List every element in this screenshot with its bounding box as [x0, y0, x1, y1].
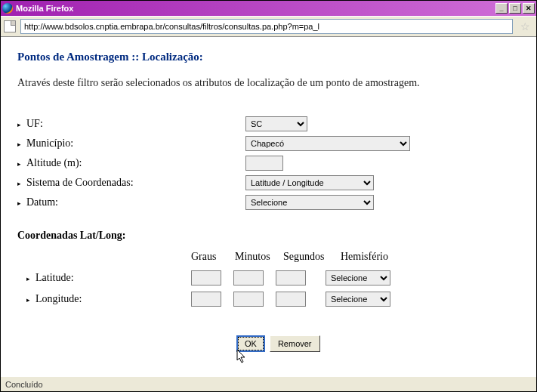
page-icon — [4, 20, 16, 32]
input-lon-graus[interactable] — [191, 292, 221, 307]
titlebar: Mozilla Firefox _ □ ✕ — [1, 1, 536, 16]
select-datum[interactable]: Selecione — [245, 195, 374, 210]
bullet-icon — [17, 177, 26, 189]
select-municipio[interactable]: Chapecó — [245, 136, 410, 151]
select-sistema[interactable]: Latitude / Longitude — [245, 175, 374, 190]
select-uf[interactable]: SC — [245, 116, 307, 131]
bookmark-star-icon[interactable]: ☆ — [517, 20, 533, 33]
col-header-segundos: Segundos — [283, 251, 341, 263]
coord-grid: Graus Minutos Segundos Hemisfério Latitu… — [26, 251, 520, 307]
label-altitude: Altitude (m): — [26, 157, 245, 169]
col-header-graus: Graus — [191, 251, 235, 263]
remover-button[interactable]: Remover — [270, 335, 320, 352]
input-lon-segundos[interactable] — [276, 292, 306, 307]
firefox-icon — [2, 3, 13, 14]
col-header-hemisferio: Hemisfério — [341, 251, 409, 263]
bullet-icon — [17, 137, 26, 150]
page-title: Pontos de Amostragem :: Localização: — [17, 51, 520, 63]
window-controls: _ □ ✕ — [495, 3, 535, 14]
input-lat-minutos[interactable] — [233, 270, 264, 286]
label-sistema: Sistema de Coordenadas: — [26, 177, 245, 189]
address-bar: http://www.bdsolos.cnptia.embrapa.br/con… — [1, 16, 536, 37]
url-input[interactable]: http://www.bdsolos.cnptia.embrapa.br/con… — [20, 19, 513, 34]
button-row: OK Remover — [236, 335, 520, 352]
label-longitude: Longitude: — [35, 293, 82, 305]
bullet-icon — [17, 118, 26, 130]
input-lon-minutos[interactable] — [233, 292, 264, 307]
window-title: Mozilla Firefox — [16, 4, 73, 13]
label-uf: UF: — [26, 118, 245, 130]
section-title-coords: Coordenadas Lat/Long: — [17, 230, 520, 242]
input-altitude[interactable] — [245, 156, 283, 171]
status-text: Concluído — [5, 380, 43, 389]
ok-button-label: OK — [245, 339, 257, 348]
minimize-button[interactable]: _ — [495, 3, 508, 14]
bullet-icon — [26, 272, 35, 284]
remover-button-label: Remover — [278, 339, 312, 348]
col-header-minutos: Minutos — [235, 251, 283, 263]
select-lat-hemisferio[interactable]: Selecione — [326, 270, 390, 286]
browser-window: Mozilla Firefox _ □ ✕ http://www.bdsolos… — [0, 0, 537, 392]
label-datum: Datum: — [26, 196, 245, 208]
label-municipio: Município: — [26, 137, 245, 150]
input-lat-segundos[interactable] — [276, 270, 306, 286]
bullet-icon — [26, 293, 35, 305]
page-intro: Através deste filtro serão selecionados … — [17, 77, 520, 89]
close-button[interactable]: ✕ — [523, 3, 535, 14]
maximize-button[interactable]: □ — [509, 3, 521, 14]
url-text: http://www.bdsolos.cnptia.embrapa.br/con… — [24, 22, 319, 31]
bullet-icon — [17, 157, 26, 169]
ok-button[interactable]: OK — [236, 335, 265, 352]
input-lat-graus[interactable] — [191, 270, 221, 286]
bullet-icon — [17, 196, 26, 208]
page-content: Pontos de Amostragem :: Localização: Atr… — [1, 37, 536, 376]
label-latitude: Latitude: — [35, 272, 74, 284]
select-lon-hemisferio[interactable]: Selecione — [326, 292, 390, 307]
status-bar: Concluído — [1, 376, 536, 391]
